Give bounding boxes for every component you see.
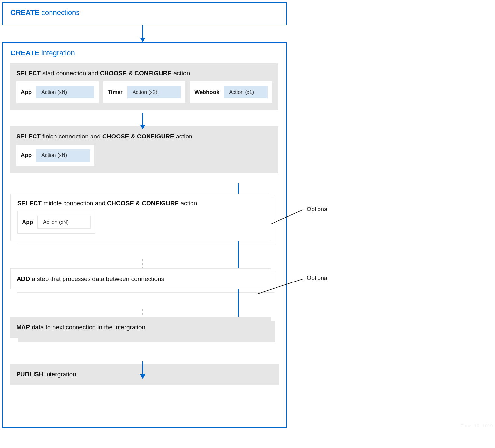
start-card-webhook: Webhook Action (x1) [190,81,272,103]
add-step-title: ADD a step that processes data between c… [17,275,265,282]
map-title: MAP data to next connection in the inter… [16,324,265,331]
create-connections-title: CREATE connections [10,8,278,17]
start-card-timer: Timer Action (x2) [103,81,186,103]
start-webhook-action: Action (x1) [224,86,268,98]
create-integration-title: CREATE integration [10,49,278,57]
finish-app-action: Action (xN) [36,149,90,162]
start-timer-label: Timer [108,89,123,95]
select-start-panel: SELECT start connection and CHOOSE & CON… [10,63,278,110]
watermark: Fuse_19_1019 [461,423,493,428]
finish-card-app: App Action (xN) [16,145,94,166]
create-integration-verb: CREATE [10,49,39,57]
middle-app-action: Action (xN) [37,216,91,229]
map-stack: MAP data to next connection in the inter… [10,317,271,338]
arrow-start-to-finish [139,113,147,131]
middle-app-label: App [22,219,33,225]
start-app-action: Action (xN) [36,86,94,98]
finish-row: App Action (xN) [16,145,272,166]
optional-label-middle: Optional [307,206,329,213]
middle-card-app: App Action (xN) [17,211,95,234]
start-card-app: App Action (xN) [16,81,99,103]
optional-label-add: Optional [307,275,329,282]
arrow-top-to-main [139,25,147,44]
select-middle-stack: SELECT middle connection and CHOOSE & CO… [10,194,271,241]
create-connections-verb: CREATE [10,8,39,17]
svg-marker-11 [140,374,145,379]
select-finish-title: SELECT finish connection and CHOOSE & CO… [16,133,272,140]
start-row: App Action (xN) Timer Action (x2) Webhoo… [16,81,272,103]
select-middle-title: SELECT middle connection and CHOOSE & CO… [17,200,264,207]
select-middle-panel: SELECT middle connection and CHOOSE & CO… [10,194,271,241]
create-connections-box: CREATE connections [2,2,287,25]
select-start-title: SELECT start connection and CHOOSE & CON… [16,70,272,77]
map-panel: MAP data to next connection in the inter… [10,317,271,338]
add-step-stack: ADD a step that processes data between c… [10,268,271,289]
create-connections-rest: connections [39,8,80,17]
finish-app-label: App [21,152,32,159]
start-webhook-label: Webhook [194,89,219,95]
svg-marker-3 [140,125,145,129]
arrow-map-to-publish [139,361,147,380]
select-finish-panel: SELECT finish connection and CHOOSE & CO… [10,126,278,173]
middle-row: App Action (xN) [17,211,264,234]
add-step-panel: ADD a step that processes data between c… [10,268,271,289]
svg-marker-1 [140,38,145,42]
start-timer-action: Action (x2) [127,86,181,98]
create-integration-rest: integration [39,49,75,57]
start-app-label: App [21,89,32,95]
